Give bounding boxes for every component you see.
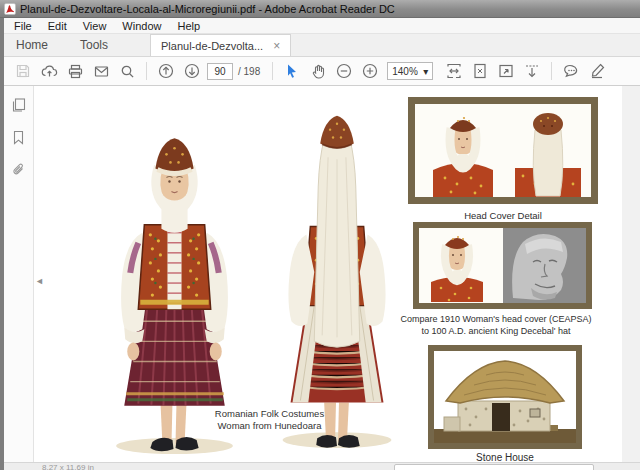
- tab-tools[interactable]: Tools: [64, 34, 124, 56]
- comment-icon[interactable]: [558, 60, 584, 82]
- main-toolbar: / 198 140% ▾: [0, 57, 640, 86]
- fullscreen-icon[interactable]: [493, 60, 519, 82]
- save-icon[interactable]: [10, 60, 36, 82]
- page-number-input[interactable]: [207, 63, 233, 80]
- adobe-pdf-icon: [4, 3, 16, 15]
- nav-sidebar: [4, 86, 34, 470]
- fit-width-icon[interactable]: [441, 60, 467, 82]
- cloud-upload-icon[interactable]: [36, 60, 62, 82]
- horizontal-scrollbar[interactable]: [394, 464, 594, 470]
- comparison-caption-line1: Compare 1910 Woman's head cover (CEAPSA): [380, 314, 612, 326]
- stone-house-caption: Stone House: [428, 452, 582, 462]
- print-icon[interactable]: [62, 60, 88, 82]
- email-icon[interactable]: [88, 60, 114, 82]
- next-page-icon[interactable]: [179, 60, 205, 82]
- menu-edit[interactable]: Edit: [40, 20, 75, 32]
- expand-panel-arrow-icon[interactable]: ◄: [35, 276, 44, 286]
- content-area: Romanian Folk Costumes Woman from Hunedo…: [0, 86, 640, 470]
- head-cover-detail-image: [408, 97, 598, 204]
- select-tool-icon[interactable]: [279, 60, 305, 82]
- attachments-icon[interactable]: [10, 160, 28, 178]
- tab-document-label: Planul-de-Dezvolta...: [161, 40, 263, 52]
- chevron-down-icon: ▾: [423, 66, 428, 77]
- zoom-level-value: 140%: [392, 66, 418, 77]
- previous-page-icon[interactable]: [153, 60, 179, 82]
- tabbar: Home Tools Planul-de-Dezvolta... ×: [0, 34, 640, 57]
- page-thumbnails-icon[interactable]: [10, 96, 28, 114]
- zoom-level-dropdown[interactable]: 140% ▾: [387, 62, 433, 80]
- document-bottom-strip: 8.27 x 11.69 in: [4, 462, 640, 470]
- comparison-caption-line2: to 100 A.D. ancient King Decebal' hat: [380, 326, 612, 338]
- tab-home[interactable]: Home: [0, 34, 64, 56]
- titlebar: Planul-de-Dezvoltare-Locala-al-Microregi…: [0, 0, 640, 18]
- scroll-mode-icon[interactable]: [519, 60, 545, 82]
- stone-house-image: [428, 345, 582, 449]
- head-cover-comparison-image: [413, 222, 592, 309]
- zoom-in-icon[interactable]: [357, 60, 383, 82]
- menu-file[interactable]: File: [6, 20, 40, 32]
- comparison-caption: Compare 1910 Woman's head cover (CEAPSA)…: [380, 314, 612, 337]
- tab-document[interactable]: Planul-de-Dezvolta... ×: [150, 34, 291, 56]
- main-caption-line2: Woman from Hunedoara: [182, 420, 357, 432]
- pdf-page: Romanian Folk Costumes Woman from Hunedo…: [34, 86, 622, 462]
- main-figure-caption: Romanian Folk Costumes Woman from Hunedo…: [182, 408, 357, 432]
- costume-back-figure-image: [262, 98, 412, 450]
- menu-view[interactable]: View: [75, 20, 115, 32]
- menu-window[interactable]: Window: [114, 20, 169, 32]
- search-icon[interactable]: [114, 60, 140, 82]
- main-caption-line1: Romanian Folk Costumes: [182, 408, 357, 420]
- close-tab-icon[interactable]: ×: [273, 40, 280, 52]
- zoom-out-icon[interactable]: [331, 60, 357, 82]
- costume-front-figure-image: [92, 92, 257, 456]
- window-title: Planul-de-Dezvoltare-Locala-al-Microregi…: [20, 3, 395, 15]
- acrobat-window: Planul-de-Dezvoltare-Locala-al-Microregi…: [0, 0, 640, 470]
- fit-page-icon[interactable]: [467, 60, 493, 82]
- menu-help[interactable]: Help: [169, 20, 208, 32]
- window-left-border: [0, 18, 4, 470]
- page-size-label: 8.27 x 11.69 in: [42, 463, 94, 470]
- hand-tool-icon[interactable]: [305, 60, 331, 82]
- menubar: File Edit View Window Help: [0, 18, 640, 34]
- head-cover-detail-caption: Head Cover Detail: [408, 210, 598, 221]
- page-total-label: / 198: [238, 66, 260, 77]
- highlight-icon[interactable]: [584, 60, 610, 82]
- bookmarks-icon[interactable]: [10, 128, 28, 146]
